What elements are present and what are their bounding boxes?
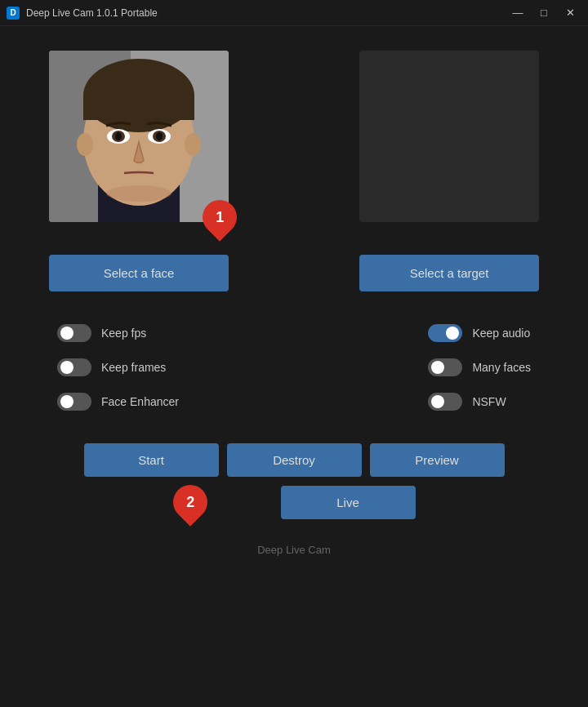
svg-rect-7	[83, 96, 194, 120]
main-content: 1 Select a face Select a target Keep fps…	[0, 26, 588, 572]
live-row: 2 Live	[49, 485, 539, 519]
app-icon: D	[7, 7, 20, 20]
select-buttons-row: Select a face Select a target	[49, 255, 539, 291]
toggle-col-right: Keep audio Many faces NSFW	[428, 324, 531, 411]
title-bar-left: D Deep Live Cam 1.0.1 Portable	[7, 7, 158, 20]
svg-point-12	[115, 132, 122, 140]
nsfw-row: NSFW	[428, 393, 531, 411]
preview-button[interactable]: Preview	[370, 443, 505, 477]
badge-2-label: 2	[185, 494, 194, 511]
footer-text: Deep Live Cam	[257, 544, 331, 556]
face-enhancer-row: Face Enhancer	[57, 393, 179, 411]
destroy-button[interactable]: Destroy	[227, 443, 362, 477]
maximize-button[interactable]: □	[532, 4, 555, 22]
keep-fps-toggle[interactable]	[57, 324, 91, 342]
many-faces-toggle[interactable]	[428, 358, 462, 376]
svg-point-15	[156, 132, 163, 140]
face-svg	[49, 51, 229, 222]
keep-audio-toggle[interactable]	[428, 324, 462, 342]
toggles-section: Keep fps Keep frames Face Enhancer Keep …	[49, 324, 539, 411]
action-buttons-row: Start Destroy Preview	[49, 443, 539, 477]
toggle-col-left: Keep fps Keep frames Face Enhancer	[57, 324, 179, 411]
close-button[interactable]: ✕	[559, 4, 581, 22]
keep-frames-toggle[interactable]	[57, 358, 91, 376]
keep-fps-label: Keep fps	[101, 327, 146, 340]
badge-1-label: 1	[216, 209, 224, 226]
nsfw-toggle[interactable]	[428, 393, 462, 411]
svg-point-16	[106, 185, 172, 202]
keep-fps-row: Keep fps	[57, 324, 179, 342]
keep-frames-row: Keep frames	[57, 358, 179, 376]
face-preview-area: 1	[49, 51, 229, 222]
many-faces-label: Many faces	[472, 361, 531, 374]
preview-row: 1	[49, 51, 539, 222]
many-faces-row: Many faces	[428, 358, 531, 376]
keep-audio-row: Keep audio	[428, 324, 531, 342]
svg-point-8	[77, 133, 93, 156]
nsfw-label: NSFW	[472, 395, 506, 408]
window-title: Deep Live Cam 1.0.1 Portable	[26, 7, 158, 19]
svg-point-9	[185, 133, 201, 156]
live-button[interactable]: Live	[281, 486, 416, 519]
select-target-button[interactable]: Select a target	[359, 255, 539, 291]
minimize-button[interactable]: —	[506, 4, 529, 22]
keep-frames-label: Keep frames	[101, 361, 166, 374]
face-image	[49, 51, 229, 222]
select-face-button[interactable]: Select a face	[49, 255, 229, 291]
badge-2: 2	[166, 478, 214, 526]
target-preview-area	[359, 51, 539, 222]
face-enhancer-toggle[interactable]	[57, 393, 91, 411]
start-button[interactable]: Start	[84, 443, 219, 477]
keep-audio-label: Keep audio	[472, 327, 530, 340]
window-controls: — □ ✕	[506, 4, 581, 22]
face-enhancer-label: Face Enhancer	[101, 395, 179, 408]
title-bar: D Deep Live Cam 1.0.1 Portable — □ ✕	[0, 0, 588, 26]
